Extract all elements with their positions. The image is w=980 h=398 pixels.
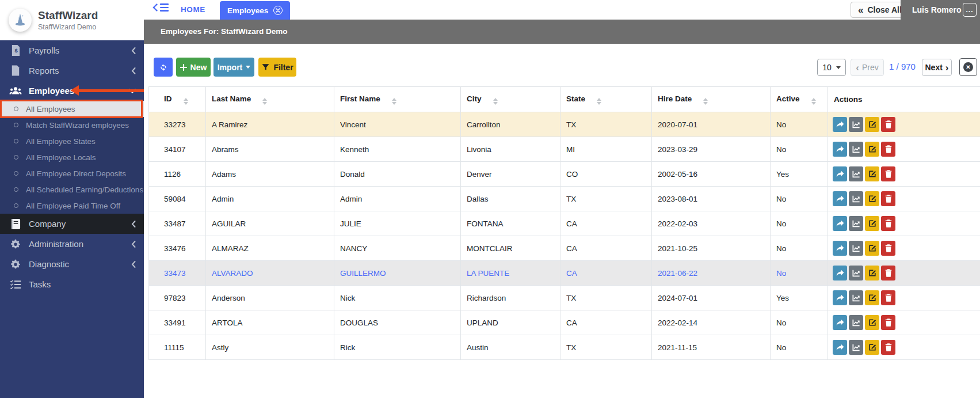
tab-home[interactable]: HOME <box>181 5 205 14</box>
import-button[interactable]: Import <box>213 58 254 77</box>
column-header-first_name[interactable]: First Name <box>334 87 461 112</box>
edit-action-button[interactable] <box>865 241 879 256</box>
refresh-button[interactable] <box>154 58 173 77</box>
cell-id: 11115 <box>149 335 206 360</box>
tab-employees[interactable]: Employees <box>220 1 290 20</box>
table-row[interactable]: 33476ALMARAZNANCYMONTCLAIRCA2021-10-25No <box>149 236 980 261</box>
sidebar-item-administration[interactable]: Administration <box>0 234 144 254</box>
chart-action-button[interactable] <box>849 191 863 206</box>
share-action-button[interactable] <box>833 142 847 157</box>
edit-action-button[interactable] <box>865 142 879 157</box>
trash-icon <box>885 219 892 228</box>
share-action-button[interactable] <box>833 340 847 355</box>
share-action-button[interactable] <box>833 166 847 181</box>
chart-action-button[interactable] <box>849 166 863 181</box>
share-action-button[interactable] <box>833 290 847 305</box>
next-page-button[interactable]: Next › <box>922 59 952 76</box>
share-action-button[interactable] <box>833 241 847 256</box>
edit-action-button[interactable] <box>865 117 879 132</box>
chevron-right-icon: › <box>945 63 949 73</box>
close-all-label: Close All <box>867 5 901 14</box>
edit-action-button[interactable] <box>865 266 879 281</box>
chart-action-button[interactable] <box>849 315 863 330</box>
sidebar-item-reports[interactable]: Reports <box>0 60 144 81</box>
chart-action-button[interactable] <box>849 142 863 157</box>
tab-close-icon[interactable] <box>273 6 283 15</box>
user-more-button[interactable]: ... <box>963 3 977 17</box>
edit-action-button[interactable] <box>865 340 879 355</box>
table-row[interactable]: 1126AdamsDonaldDenverCO2002-05-16Yes <box>149 162 980 187</box>
edit-action-button[interactable] <box>865 191 879 206</box>
page-size-select[interactable]: 10 <box>817 59 846 76</box>
double-chevron-left-icon: « <box>858 5 863 15</box>
new-button[interactable]: New <box>176 58 211 77</box>
user-name[interactable]: Luis Romero <box>912 5 962 14</box>
delete-action-button[interactable] <box>881 266 895 281</box>
hamburger-icon <box>160 3 169 12</box>
table-row[interactable]: 33487AGUILARJULIEFONTANACA2022-02-03No <box>149 211 980 236</box>
filter-button[interactable]: Filter <box>258 58 296 77</box>
edit-action-button[interactable] <box>865 290 879 305</box>
table-row[interactable]: 11115AstlyRickAustinTX2021-11-15No <box>149 335 980 360</box>
cell-id: 33476 <box>149 236 206 261</box>
chart-action-button[interactable] <box>849 340 863 355</box>
delete-action-button[interactable] <box>881 340 895 355</box>
share-action-button[interactable] <box>833 191 847 206</box>
delete-action-button[interactable] <box>881 216 895 231</box>
column-header-active[interactable]: Active <box>771 87 828 112</box>
sidebar-item-tasks[interactable]: Tasks <box>0 274 144 294</box>
delete-action-button[interactable] <box>881 290 895 305</box>
table-row[interactable]: 33491ARTOLADOUGLASUPLANDCA2022-02-14No <box>149 310 980 335</box>
table-row[interactable]: 97823AndersonNickRichardsonTX2024-07-01Y… <box>149 286 980 310</box>
column-header-city[interactable]: City <box>461 87 560 112</box>
chart-action-button[interactable] <box>849 117 863 132</box>
delete-action-button[interactable] <box>881 166 895 181</box>
delete-action-button[interactable] <box>881 117 895 132</box>
chart-action-button[interactable] <box>849 266 863 281</box>
chart-action-button[interactable] <box>849 241 863 256</box>
edit-action-button[interactable] <box>865 216 879 231</box>
submenu-item-all-employee-locals[interactable]: All Employee Locals <box>0 149 144 165</box>
sidebar-item-employees[interactable]: Employees <box>0 81 144 101</box>
cell-first_name: Admin <box>334 187 461 211</box>
sidebar-item-diagnostic[interactable]: Diagnostic <box>0 254 144 274</box>
chart-icon <box>852 195 860 203</box>
cell-hire_date: 2024-07-01 <box>652 286 771 310</box>
sidebar-item-company[interactable]: Company <box>0 214 144 234</box>
submenu-item-all-scheduled-earning-deductions[interactable]: All Scheduled Earning/Deductions <box>0 181 144 198</box>
edit-action-button[interactable] <box>865 166 879 181</box>
cell-state: TX <box>560 286 652 310</box>
chart-action-button[interactable] <box>849 216 863 231</box>
share-action-button[interactable] <box>833 315 847 330</box>
prev-page-button[interactable]: ‹ Prev <box>851 59 884 76</box>
share-icon <box>836 170 844 177</box>
submenu-item-all-employee-direct-deposits[interactable]: All Employee Direct Deposits <box>0 165 144 181</box>
sidebar-item-payrolls[interactable]: $Payrolls <box>0 40 144 60</box>
submenu-item-match-staffwizard-employees[interactable]: Match StaffWizard employees <box>0 117 144 133</box>
sidebar-collapse-icon[interactable] <box>152 3 169 12</box>
chart-action-button[interactable] <box>849 290 863 305</box>
page-title: Employees For: StaffWizard Demo <box>161 27 287 36</box>
table-row[interactable]: 33473ALVARADOGUILLERMOLA PUENTECA2021-06… <box>149 261 980 286</box>
share-action-button[interactable] <box>833 117 847 132</box>
delete-action-button[interactable] <box>881 241 895 256</box>
grid-close-button[interactable]: ✕ <box>959 58 977 76</box>
cell-active: No <box>771 310 828 335</box>
column-header-hire_date[interactable]: Hire Date <box>652 87 771 112</box>
table-row[interactable]: 59084AdminAdminDallasTX2023-08-01No <box>149 187 980 211</box>
delete-action-button[interactable] <box>881 191 895 206</box>
table-row[interactable]: 33273A RamirezVincentCarrolltonTX2020-07… <box>149 112 980 137</box>
submenu-item-all-employees[interactable]: All Employees <box>0 101 144 117</box>
delete-action-button[interactable] <box>881 315 895 330</box>
submenu-item-all-employee-paid-time-off[interactable]: All Employee Paid Time Off <box>0 198 144 214</box>
edit-action-button[interactable] <box>865 315 879 330</box>
share-action-button[interactable] <box>833 266 847 281</box>
cell-active: Yes <box>771 286 828 310</box>
column-header-state[interactable]: State <box>560 87 652 112</box>
submenu-item-all-employee-states[interactable]: All Employee States <box>0 133 144 149</box>
share-action-button[interactable] <box>833 216 847 231</box>
column-header-id[interactable]: ID <box>149 87 206 112</box>
column-header-last_name[interactable]: Last Name <box>206 87 334 112</box>
table-row[interactable]: 34107AbramsKennethLivoniaMI2023-03-29No <box>149 137 980 162</box>
delete-action-button[interactable] <box>881 142 895 157</box>
